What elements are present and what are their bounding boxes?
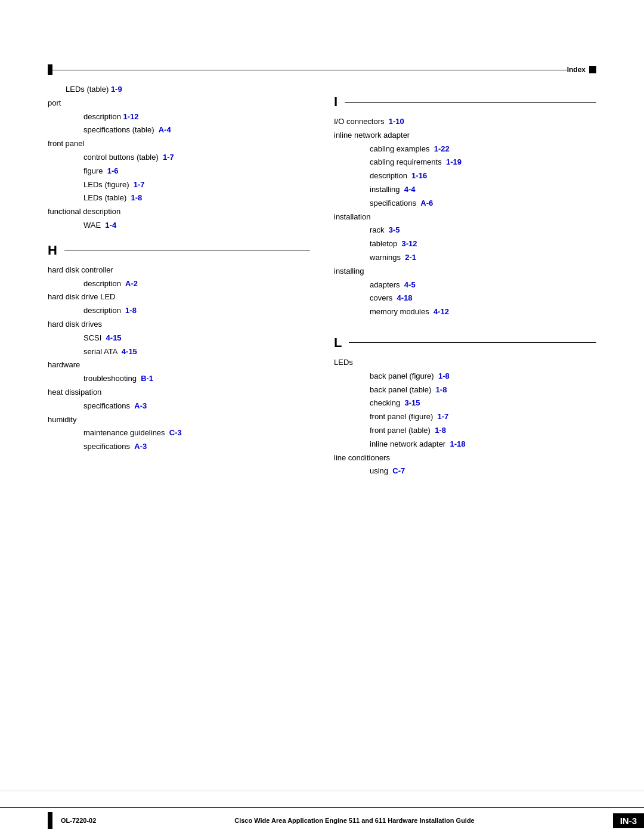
- list-item: description 1-16: [334, 170, 596, 182]
- page-link[interactable]: 1-7: [134, 180, 145, 189]
- list-item: front panel (figure) 1-7: [334, 411, 596, 423]
- list-item: humidity: [48, 414, 310, 426]
- page-link[interactable]: 3-15: [405, 398, 420, 407]
- page-link[interactable]: 1-16: [411, 171, 427, 180]
- page-link[interactable]: 4-4: [404, 185, 416, 194]
- footer-bar: OL-7220-02 Cisco Wide Area Application E…: [0, 808, 644, 833]
- list-item: back panel (table) 1-8: [334, 384, 596, 397]
- entry-text: checking 3-15: [334, 397, 596, 410]
- entry-text: figure 1-6: [48, 165, 310, 178]
- list-item: description 1-12: [48, 111, 310, 123]
- list-item: cabling requirements 1-19: [334, 156, 596, 169]
- page-link[interactable]: 3-12: [402, 239, 417, 248]
- content-area: LEDs (table) 1-9 port description 1-12 s…: [48, 83, 596, 773]
- right-column: I I/O connectors 1-10 inline network ada…: [334, 83, 596, 773]
- page-link[interactable]: 3-5: [389, 225, 400, 234]
- entry-text: cabling requirements 1-19: [334, 156, 596, 169]
- page-link[interactable]: 1-6: [107, 166, 119, 175]
- list-item: installing: [334, 265, 596, 278]
- page-link[interactable]: 1-8: [125, 306, 137, 315]
- list-item: inline network adapter: [334, 129, 596, 142]
- list-item: figure 1-6: [48, 165, 310, 178]
- footer-left-block: [48, 812, 52, 829]
- entry-text: SCSI 4-15: [48, 332, 310, 345]
- page-link[interactable]: 4-12: [434, 307, 449, 316]
- list-item: covers 4-18: [334, 292, 596, 305]
- page-link[interactable]: 1-12: [123, 112, 138, 121]
- page-link[interactable]: 1-8: [438, 371, 450, 380]
- page-link[interactable]: 4-15: [106, 333, 122, 342]
- entry-text: description A-2: [48, 278, 310, 290]
- entry-text: hardware: [48, 359, 310, 371]
- list-item: back panel (figure) 1-8: [334, 370, 596, 383]
- list-item: I/O connectors 1-10: [334, 116, 596, 128]
- page-link[interactable]: 1-9: [111, 85, 122, 94]
- list-item: hardware: [48, 359, 310, 371]
- top-rule-right: Index: [567, 66, 644, 74]
- list-item: line conditioners: [334, 452, 596, 465]
- section-letter-h: H: [48, 243, 57, 258]
- entry-text: specifications A-6: [334, 197, 596, 210]
- page-link[interactable]: A-4: [159, 125, 171, 134]
- list-item: LEDs (figure) 1-7: [48, 179, 310, 191]
- page-link[interactable]: 2-1: [405, 253, 416, 262]
- index-label: Index: [567, 66, 586, 74]
- list-item: rack 3-5: [334, 224, 596, 237]
- list-item: specifications A-3: [48, 400, 310, 413]
- list-item: adapters 4-5: [334, 279, 596, 292]
- page-link[interactable]: 1-8: [435, 426, 446, 435]
- section-l-header: L: [334, 335, 596, 351]
- section-divider: [64, 250, 310, 250]
- list-item: checking 3-15: [334, 397, 596, 410]
- entry-text: maintenance guidelines C-3: [48, 427, 310, 439]
- page-link[interactable]: 1-8: [436, 385, 447, 394]
- page-link[interactable]: 4-5: [404, 280, 416, 289]
- page-link[interactable]: 1-4: [105, 221, 116, 230]
- top-rule-line: [52, 70, 567, 70]
- list-item: hard disk drive LED: [48, 291, 310, 304]
- list-item: installation: [334, 211, 596, 224]
- entry-text: LEDs (figure) 1-7: [48, 179, 310, 191]
- page-link[interactable]: A-3: [134, 401, 147, 410]
- list-item: warnings 2-1: [334, 252, 596, 264]
- page-link[interactable]: 1-10: [389, 117, 404, 126]
- section-divider: [349, 342, 596, 343]
- entry-text: installing 4-4: [334, 184, 596, 196]
- entry-text: covers 4-18: [334, 292, 596, 305]
- page-link[interactable]: A-6: [420, 199, 433, 208]
- entry-text: specifications A-3: [48, 400, 310, 413]
- page-link[interactable]: 1-22: [434, 144, 450, 153]
- section-divider: [345, 102, 596, 103]
- page-number: IN-3: [613, 813, 644, 828]
- entry-text: description 1-12: [48, 111, 310, 123]
- page-link[interactable]: 1-18: [450, 439, 465, 448]
- list-item: using C-7: [334, 465, 596, 478]
- page-link[interactable]: 1-19: [446, 157, 462, 166]
- list-item: serial ATA 4-15: [48, 346, 310, 358]
- top-right-block: [589, 66, 596, 73]
- page-link[interactable]: B-1: [141, 374, 153, 383]
- bottom-top-rule: [0, 791, 644, 791]
- page-number-container: IN-3: [613, 813, 644, 828]
- page-link[interactable]: 4-15: [122, 347, 137, 356]
- page-link[interactable]: C-7: [392, 466, 405, 475]
- page-link[interactable]: C-3: [169, 428, 182, 437]
- list-item: cabling examples 1-22: [334, 143, 596, 156]
- section-letter-l: L: [334, 335, 342, 351]
- page-link[interactable]: 1-7: [163, 153, 174, 162]
- list-item: LEDs (table) 1-8: [48, 192, 310, 205]
- section-letter-i: I: [334, 94, 338, 110]
- page-link[interactable]: 4-18: [397, 293, 413, 302]
- entry-text: cabling examples 1-22: [334, 143, 596, 156]
- page-link[interactable]: 1-7: [437, 412, 448, 421]
- entry-text: specifications (table) A-4: [48, 124, 310, 137]
- page-link[interactable]: A-3: [134, 442, 147, 451]
- entry-text: back panel (figure) 1-8: [334, 370, 596, 383]
- entry-text: installing: [334, 265, 596, 278]
- page-link[interactable]: A-2: [125, 279, 138, 288]
- list-item: memory modules 4-12: [334, 306, 596, 318]
- entry-text: inline network adapter: [334, 129, 596, 142]
- entry-text: hard disk drives: [48, 318, 310, 331]
- entry-text: WAE 1-4: [48, 219, 310, 232]
- page-link[interactable]: 1-8: [131, 193, 142, 202]
